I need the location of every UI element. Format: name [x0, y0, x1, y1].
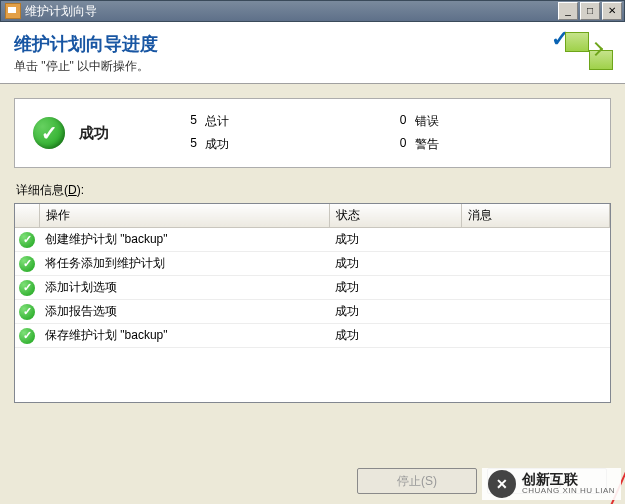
- row-action: 保存维护计划 "backup": [39, 324, 329, 348]
- row-status-icon: ✓: [15, 228, 39, 252]
- stat-total: 5 总计: [173, 113, 383, 130]
- table-row[interactable]: ✓添加计划选项成功: [15, 276, 610, 300]
- close-button[interactable]: ✕: [602, 2, 622, 20]
- row-status: 成功: [329, 228, 461, 252]
- minimize-button[interactable]: _: [558, 2, 578, 20]
- stat-errors: 0 错误: [383, 113, 593, 130]
- table-row[interactable]: ✓创建维护计划 "backup"成功: [15, 228, 610, 252]
- row-message: [461, 276, 610, 300]
- col-header-status[interactable]: 状态: [329, 204, 461, 228]
- row-status-icon: ✓: [15, 324, 39, 348]
- window-title: 维护计划向导: [25, 3, 558, 20]
- row-status: 成功: [329, 252, 461, 276]
- row-action: 将任务添加到维护计划: [39, 252, 329, 276]
- row-status: 成功: [329, 300, 461, 324]
- table-row[interactable]: ✓保存维护计划 "backup"成功: [15, 324, 610, 348]
- stat-warnings: 0 警告: [383, 136, 593, 153]
- summary-status: 成功: [79, 124, 159, 143]
- summary-panel: ✓ 成功 5 总计 0 错误 5 成功 0 警告: [14, 98, 611, 168]
- row-status: 成功: [329, 324, 461, 348]
- page-subtitle: 单击 "停止" 以中断操作。: [14, 58, 158, 75]
- success-icon: ✓: [33, 117, 65, 149]
- titlebar: 维护计划向导 _ □ ✕: [0, 0, 625, 22]
- row-action: 创建维护计划 "backup": [39, 228, 329, 252]
- col-header-message[interactable]: 消息: [461, 204, 610, 228]
- stat-success: 5 成功: [173, 136, 383, 153]
- row-message: [461, 252, 610, 276]
- watermark-py: CHUANG XIN HU LIAN: [522, 487, 615, 496]
- row-message: [461, 324, 610, 348]
- row-status: 成功: [329, 276, 461, 300]
- maximize-button[interactable]: □: [580, 2, 600, 20]
- wizard-illustration: ✓: [555, 28, 615, 73]
- col-header-action[interactable]: 操作: [39, 204, 329, 228]
- table-row[interactable]: ✓将任务添加到维护计划成功: [15, 252, 610, 276]
- col-header-icon[interactable]: [15, 204, 39, 228]
- page-title: 维护计划向导进度: [14, 32, 158, 56]
- watermark-logo: ✕: [488, 470, 516, 498]
- row-status-icon: ✓: [15, 300, 39, 324]
- row-message: [461, 300, 610, 324]
- header-panel: 维护计划向导进度 单击 "停止" 以中断操作。 ✓: [0, 22, 625, 84]
- row-action: 添加计划选项: [39, 276, 329, 300]
- row-status-icon: ✓: [15, 252, 39, 276]
- details-label: 详细信息(D):: [16, 182, 611, 199]
- row-message: [461, 228, 610, 252]
- watermark-cn: 创新互联: [522, 472, 615, 487]
- watermark: ✕ 创新互联 CHUANG XIN HU LIAN: [482, 468, 621, 500]
- stop-button: 停止(S): [357, 468, 477, 494]
- row-status-icon: ✓: [15, 276, 39, 300]
- row-action: 添加报告选项: [39, 300, 329, 324]
- details-grid[interactable]: 操作 状态 消息 ✓创建维护计划 "backup"成功✓将任务添加到维护计划成功…: [14, 203, 611, 403]
- window-buttons: _ □ ✕: [558, 2, 622, 20]
- app-icon: [5, 3, 21, 19]
- table-row[interactable]: ✓添加报告选项成功: [15, 300, 610, 324]
